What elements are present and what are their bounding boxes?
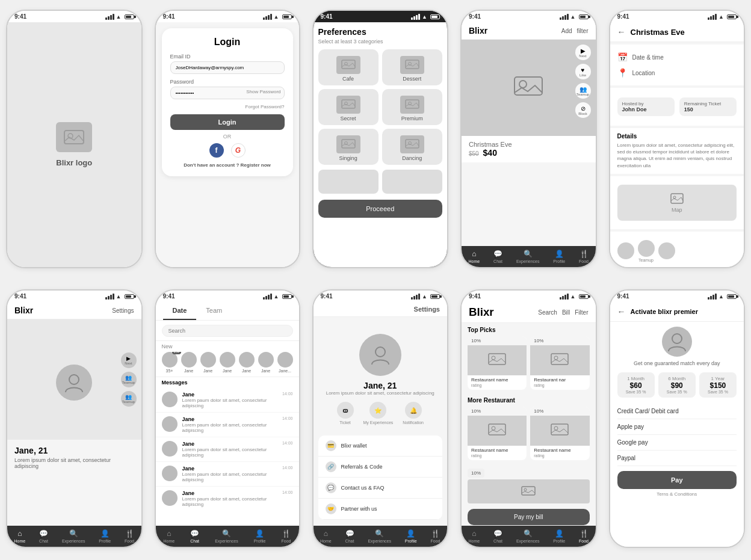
pref-extra-1 xyxy=(318,170,379,194)
email-input[interactable] xyxy=(170,61,285,74)
payment-apple-pay[interactable]: Apple pay xyxy=(617,419,737,435)
msg-item-2[interactable]: JaneLorem paum dolor sit amet, consectet… xyxy=(156,413,299,437)
detail-back-btn[interactable]: ← xyxy=(617,27,626,37)
payment-credit-card[interactable]: Credit Card/ Debit card xyxy=(617,404,737,419)
nav-exp-2[interactable]: 🔍Experiences xyxy=(62,529,85,543)
plan-1year[interactable]: 1 Year $150 Save 35 % xyxy=(699,372,737,398)
phone-preferences: 9:41 ▲ Preferences Select at least 3 cat… xyxy=(312,10,449,268)
payment-paypal[interactable]: Paypal xyxy=(617,451,737,466)
pick-card-4[interactable]: 10% Restaurant name rating xyxy=(530,407,589,460)
pref-singing[interactable]: Singing xyxy=(318,129,379,165)
profile-teamup-action[interactable]: 👥Teamup xyxy=(121,372,137,387)
nav-food-4[interactable]: 🍴Food xyxy=(431,529,440,543)
nav-profile-2[interactable]: 👤Profile xyxy=(99,529,111,543)
pref-secret[interactable]: Secret xyxy=(318,89,379,125)
add-button[interactable]: Add xyxy=(561,28,572,34)
nav-chat-5[interactable]: 💬Chat xyxy=(493,529,502,543)
nav-profile-1[interactable]: 👤Profile xyxy=(553,250,565,263)
nav-exp-5[interactable]: 🔍Experiences xyxy=(516,529,540,543)
map-preview[interactable]: Map xyxy=(617,185,737,221)
msg-item-1[interactable]: JaneLorem paum dolor sit amet, consectet… xyxy=(156,388,299,413)
toppicks-search-btn[interactable]: Search xyxy=(538,309,557,316)
plan-6month[interactable]: 6 Month $90 Save 35 % xyxy=(658,372,696,398)
show-password-btn[interactable]: Show Password xyxy=(246,89,280,94)
pay-bill-btn[interactable]: Pay my bill xyxy=(468,509,590,525)
nav-exp-3[interactable]: 🔍Experiences xyxy=(215,529,238,543)
avatar-jane-6[interactable]: Jane... xyxy=(277,352,293,373)
nav-home-2[interactable]: ⌂Home xyxy=(14,529,25,543)
pay-button[interactable]: Pay xyxy=(617,471,737,489)
avatar-jane-3[interactable]: Jane xyxy=(220,352,235,373)
nav-exp-1[interactable]: 🔍Experiences xyxy=(516,250,540,263)
premier-back-btn[interactable]: ← xyxy=(617,307,626,316)
like-action[interactable]: ♥Like xyxy=(575,64,591,79)
menu-blixr-wallet[interactable]: 💳 Blixr wallet xyxy=(318,435,443,457)
pick-card-1[interactable]: 10% Restaurant name rating xyxy=(468,336,527,390)
nav-profile-3[interactable]: 👤Profile xyxy=(254,529,266,543)
forgot-password-link[interactable]: Forgot Password? xyxy=(170,104,285,109)
status-icons-9: ▲ xyxy=(560,294,589,300)
msg-item-3[interactable]: JaneLorem paum dolor sit amet, consectet… xyxy=(156,437,299,462)
messages-search-input[interactable] xyxy=(162,325,293,337)
teamup-action[interactable]: 👥Teamup xyxy=(575,83,591,99)
toppicks-filter-btn[interactable]: Filter xyxy=(575,309,588,316)
tab-date[interactable]: Date xyxy=(163,302,197,320)
profile-teamup2-action[interactable]: 👥Teamup xyxy=(121,391,137,407)
avatar-jane-5[interactable]: Jane xyxy=(258,352,274,373)
msg-item-4[interactable]: JaneLorem paum dolor sit amet, consectet… xyxy=(156,462,299,487)
avatar-jane-1[interactable]: Jane xyxy=(181,352,197,373)
msg-item-5[interactable]: JaneLorem paum dolor sit amet, consectet… xyxy=(156,487,299,508)
pick-card-3[interactable]: 10% Restaurant name rating xyxy=(468,407,527,460)
dessert-image xyxy=(400,56,424,74)
terms-conditions-link[interactable]: Terns & Conditions xyxy=(617,491,737,497)
nav-exp-4[interactable]: 🔍Experiences xyxy=(368,529,391,543)
filter-button[interactable]: filter xyxy=(577,28,589,34)
settings-ticket-action[interactable]: 🎟 Ticket xyxy=(337,402,354,425)
settings-notification-action[interactable]: 🔔 Notification xyxy=(403,402,424,425)
report-button[interactable]: Report xyxy=(617,266,737,267)
date-time-label: Date & time xyxy=(632,54,664,61)
google-login-btn[interactable]: G xyxy=(231,143,246,158)
nav-home-4[interactable]: ⌂Home xyxy=(320,529,332,543)
avatar-jane-4[interactable]: Jane xyxy=(239,352,255,373)
nav-food-1[interactable]: 🍴Food xyxy=(579,250,589,263)
time-2: 9:41 xyxy=(163,13,175,20)
settings-experiences-action[interactable]: ⭐ My Experiences xyxy=(363,402,394,425)
menu-referrals[interactable]: 🔗 Referrals & Code xyxy=(318,457,443,478)
nav-chat-2[interactable]: 💬Chat xyxy=(39,529,48,543)
nav-profile-5[interactable]: 👤Profile xyxy=(553,529,565,543)
nav-home-1[interactable]: ⌂Home xyxy=(468,250,480,263)
nav-chat-1[interactable]: 💬Chat xyxy=(493,250,502,263)
plan-1month[interactable]: 1 Month $60 Save 35 % xyxy=(617,372,655,398)
hosted-row: Hosted by John Doe Remaining Ticket 150 xyxy=(617,97,737,116)
register-link[interactable]: Register now xyxy=(241,162,271,168)
login-button[interactable]: Login xyxy=(170,114,285,130)
block-action[interactable]: ⊘Block xyxy=(575,102,591,118)
nav-chat-4[interactable]: 💬Chat xyxy=(345,529,354,543)
tab-team[interactable]: Team xyxy=(196,302,232,320)
menu-contact[interactable]: 💬 Contact us & FAQ xyxy=(318,478,443,499)
pref-premium[interactable]: Premium xyxy=(382,89,442,125)
menu-partner[interactable]: 🤝 Partner with us xyxy=(318,499,443,520)
pick-card-2[interactable]: 10% Restaurant nar rating xyxy=(530,336,589,390)
next-action[interactable]: ▶Next xyxy=(575,45,591,60)
nav-food-3[interactable]: 🍴Food xyxy=(281,529,291,543)
plan-1month-duration: 1 Month xyxy=(621,376,651,381)
profile-settings-link[interactable]: Settings xyxy=(112,307,134,314)
facebook-login-btn[interactable]: f xyxy=(209,143,224,158)
nav-food-5[interactable]: 🍴Food xyxy=(579,529,589,543)
avatar-jane-2[interactable]: Jane xyxy=(200,352,216,373)
nav-profile-4[interactable]: 👤Profile xyxy=(405,529,417,543)
toppicks-bill-btn[interactable]: Bill xyxy=(562,309,570,316)
proceed-button[interactable]: Proceeed xyxy=(318,200,443,218)
nav-food-2[interactable]: 🍴Food xyxy=(125,529,134,543)
payment-google-pay[interactable]: Google pay xyxy=(617,435,737,451)
nav-home-3[interactable]: ⌂Home xyxy=(163,529,175,543)
nav-chat-3[interactable]: 💬Chat xyxy=(190,529,199,543)
settings-action-row: 🎟 Ticket ⭐ My Experiences 🔔 Notification xyxy=(314,402,448,425)
pref-cafe[interactable]: Cafe xyxy=(318,49,379,85)
profile-next-action[interactable]: ▶Next xyxy=(121,352,137,368)
pref-dancing[interactable]: Dancing xyxy=(382,129,442,165)
pref-dessert[interactable]: Dessert xyxy=(382,49,442,85)
nav-home-5[interactable]: ⌂Home xyxy=(468,529,480,543)
